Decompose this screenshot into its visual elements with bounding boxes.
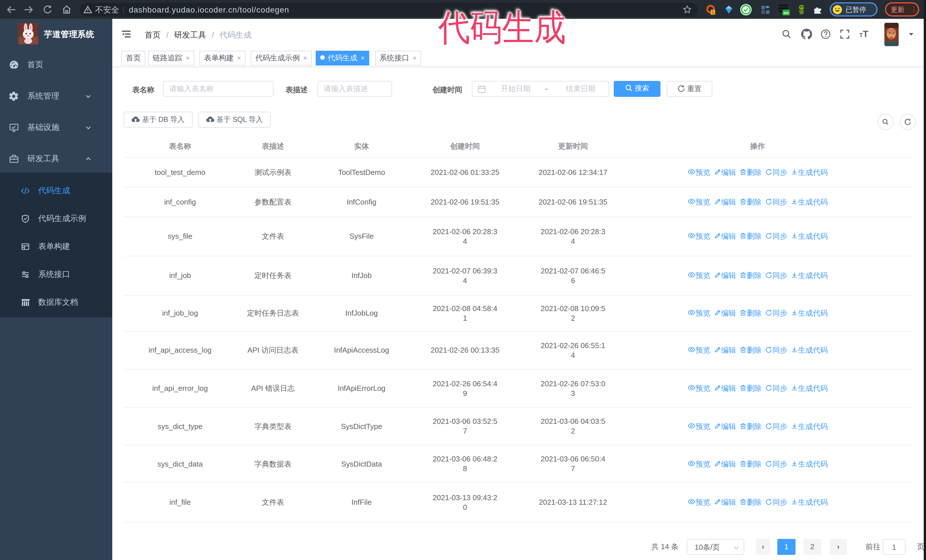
svg-text:1: 1 (712, 10, 714, 15)
svg-text:on: on (784, 10, 789, 15)
